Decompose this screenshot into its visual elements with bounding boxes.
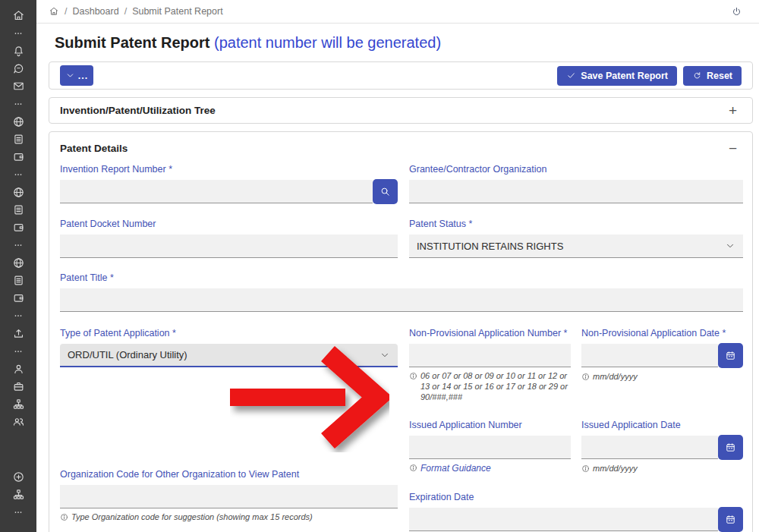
patent-title-label: Patent Title * xyxy=(60,272,743,283)
sidebar-item-dots-icon[interactable] xyxy=(7,170,30,179)
patent-title-input[interactable] xyxy=(60,288,743,312)
sidebar-item-plus-circle-icon[interactable] xyxy=(7,468,30,486)
issued-date-picker-button[interactable] xyxy=(718,435,743,460)
top-bar: / Dashboard / Submit Patent Report xyxy=(36,0,759,24)
sidebar-item-people-icon[interactable] xyxy=(7,413,30,430)
non-provisional-number-input[interactable] xyxy=(409,344,571,367)
sidebar-item-globe-icon[interactable] xyxy=(7,254,30,272)
refresh-icon xyxy=(692,71,702,80)
info-icon xyxy=(581,372,590,381)
sidebar-item-sitemap-icon[interactable] xyxy=(7,395,30,413)
issued-number-input[interactable] xyxy=(409,436,571,459)
home-icon[interactable] xyxy=(49,6,59,17)
calendar-icon xyxy=(725,350,736,361)
issued-date-hint-text: mm/dd/yyyy xyxy=(593,464,638,474)
org-code-hint-text: Type Organization code for suggestion (s… xyxy=(71,512,313,523)
sidebar-item-document-icon[interactable] xyxy=(7,201,30,219)
sidebar-item-wallet-icon[interactable] xyxy=(7,289,30,307)
sidebar-item-wallet-icon[interactable] xyxy=(7,148,30,165)
sidebar-item-document-icon[interactable] xyxy=(7,272,30,289)
non-provisional-date-field: Non-Provisional Application Date * mm/dd… xyxy=(581,328,743,402)
breadcrumb-current: Submit Patent Report xyxy=(132,6,223,17)
reset-button-label: Reset xyxy=(707,71,732,81)
info-icon xyxy=(60,512,68,521)
sidebar-item-mail-icon[interactable] xyxy=(7,77,30,95)
patent-details-form: Invention Report Number * Grantee/Contra… xyxy=(60,164,742,532)
breadcrumb: / Dashboard / Submit Patent Report xyxy=(49,6,223,17)
chevron-down-icon xyxy=(380,350,390,360)
sidebar-item-dots-icon[interactable] xyxy=(7,347,30,356)
tree-accordion-title: Invention/Patent/Utilization Tree xyxy=(60,105,216,116)
issued-date-input[interactable] xyxy=(581,436,718,459)
non-provisional-number-field: Non-Provisional Application Number * 06 … xyxy=(409,328,571,402)
info-icon xyxy=(581,464,590,473)
calendar-icon xyxy=(725,442,736,453)
sidebar-item-briefcase-icon[interactable] xyxy=(7,378,30,395)
format-guidance-link[interactable]: Format Guidance xyxy=(409,463,571,474)
sidebar-item-dots-icon[interactable] xyxy=(7,311,30,320)
sidebar-item-chat-icon[interactable] xyxy=(7,60,30,77)
non-provisional-date-label: Non-Provisional Application Date * xyxy=(581,328,743,338)
sidebar-item-wallet-icon[interactable] xyxy=(7,219,30,236)
more-actions-button[interactable]: ... xyxy=(60,65,93,86)
expiration-date-input[interactable] xyxy=(409,508,718,531)
sidebar-item-dots-icon[interactable] xyxy=(7,508,30,517)
patent-docket-number-label: Patent Docket Number xyxy=(60,219,398,229)
sidebar-item-bell-icon[interactable] xyxy=(7,42,30,60)
expiration-date-label: Expiration Date xyxy=(409,492,743,502)
breadcrumb-separator: / xyxy=(124,6,127,17)
breadcrumb-separator: / xyxy=(65,6,67,17)
patent-status-select[interactable]: INSTITUTION RETAINS RIGHTS xyxy=(409,235,743,258)
patent-status-field: Patent Status * INSTITUTION RETAINS RIGH… xyxy=(409,219,743,258)
format-guidance-text: Format Guidance xyxy=(420,463,491,474)
issued-date-label: Issued Application Date xyxy=(581,420,743,430)
info-icon xyxy=(409,463,417,472)
patent-details-header[interactable]: Patent Details − xyxy=(60,132,742,164)
patent-docket-number-field: Patent Docket Number xyxy=(60,219,398,258)
sidebar-item-sitemap-icon[interactable] xyxy=(7,486,30,503)
invention-report-search-button[interactable] xyxy=(373,179,398,204)
grantee-organization-label: Grantee/Contractor Organization xyxy=(409,164,743,175)
org-code-label: Organization Code for Other Organization… xyxy=(60,469,398,480)
type-of-application-value: ORD/UTIL (Ordinary Utility) xyxy=(68,349,187,360)
sidebar-item-dots-icon[interactable] xyxy=(7,241,30,250)
save-button-label: Save Patent Report xyxy=(581,71,668,81)
sidebar-item-document-icon[interactable] xyxy=(7,131,30,148)
save-patent-report-button[interactable]: Save Patent Report xyxy=(557,66,677,86)
sidebar-item-dots-icon[interactable] xyxy=(7,29,30,38)
type-of-application-select[interactable]: ORD/UTIL (Ordinary Utility) xyxy=(60,344,398,367)
org-code-input[interactable] xyxy=(60,485,398,508)
breadcrumb-dashboard[interactable]: Dashboard xyxy=(72,6,118,17)
non-provisional-date-input[interactable] xyxy=(581,344,718,367)
patent-status-label: Patent Status * xyxy=(409,219,743,229)
issued-date-field: Issued Application Date mm/dd/yyyy xyxy=(581,420,743,474)
type-of-application-field: Type of Patent Application * ORD/UTIL (O… xyxy=(60,328,398,367)
collapse-icon[interactable]: − xyxy=(724,140,742,156)
more-actions-label: ... xyxy=(78,71,88,81)
page-content: Submit Patent Report (patent number will… xyxy=(36,24,759,532)
invention-report-number-label: Invention Report Number * xyxy=(60,164,398,175)
sidebar-item-globe-icon[interactable] xyxy=(7,113,30,131)
expand-icon[interactable]: + xyxy=(724,102,742,118)
sidebar-item-globe-icon[interactable] xyxy=(7,184,30,201)
power-icon xyxy=(731,6,742,17)
issued-number-field: Issued Application Number Format Guidanc… xyxy=(409,420,571,474)
sidebar-item-upload-icon[interactable] xyxy=(7,325,30,342)
reset-button[interactable]: Reset xyxy=(683,66,742,86)
sidebar-item-home-icon[interactable] xyxy=(7,7,30,24)
logout-button[interactable] xyxy=(729,5,744,19)
tree-accordion[interactable]: Invention/Patent/Utilization Tree + xyxy=(49,97,753,124)
patent-status-value: INSTITUTION RETAINS RIGHTS xyxy=(417,241,563,252)
non-provisional-date-picker-button[interactable] xyxy=(718,343,743,368)
invention-report-number-input[interactable] xyxy=(60,180,373,203)
non-provisional-date-hint-text: mm/dd/yyyy xyxy=(593,372,638,382)
sidebar xyxy=(0,0,36,532)
expiration-date-picker-button[interactable] xyxy=(718,507,743,532)
org-code-hint: Type Organization code for suggestion (s… xyxy=(60,512,398,523)
patent-docket-number-input[interactable] xyxy=(60,235,398,258)
grantee-organization-input[interactable] xyxy=(409,180,743,203)
org-code-field: Organization Code for Other Organization… xyxy=(60,469,398,523)
chevron-down-icon xyxy=(725,241,735,251)
sidebar-item-dots-icon[interactable] xyxy=(7,99,30,109)
sidebar-item-person-icon[interactable] xyxy=(7,360,30,378)
